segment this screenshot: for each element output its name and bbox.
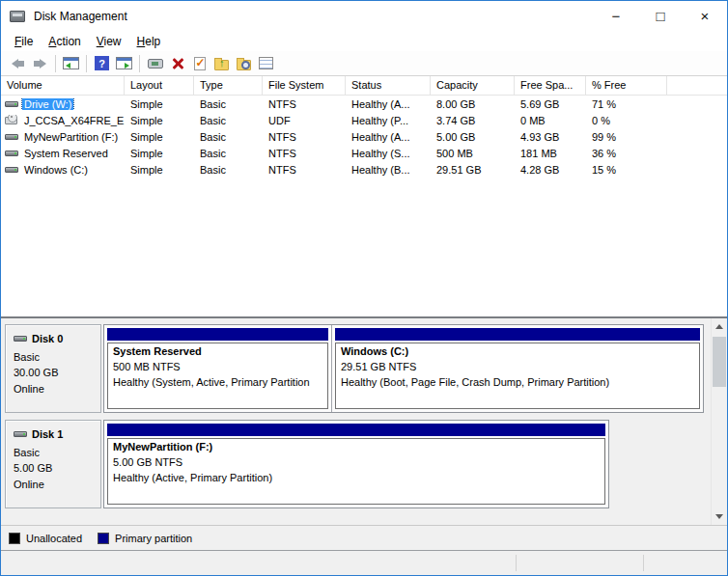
scroll-up-button[interactable] (712, 318, 727, 335)
partition-size: 500 MB NTFS (113, 360, 322, 375)
menu-item-help[interactable]: Help (129, 33, 169, 50)
title-bar: Disk Management − □ × (1, 1, 727, 31)
disk-1-header[interactable]: Disk 1 Basic 5.00 GB Online (5, 420, 101, 508)
volume-list-pane: Volume Layout Type File System Status Ca… (1, 76, 727, 318)
cell-free-space: 0 MB (515, 115, 586, 126)
toolbar-help-button[interactable]: ? (91, 53, 113, 74)
primary-partition-swatch (98, 533, 109, 544)
cell-free-space: 4.28 GB (515, 164, 586, 176)
toolbar-mark-active-button[interactable] (188, 53, 210, 74)
partition-health: Healthy (Active, Primary Partition) (113, 471, 600, 486)
disk-0-header[interactable]: Disk 0 Basic 30.00 GB Online (5, 324, 101, 413)
column-header-capacity[interactable]: Capacity (431, 76, 515, 95)
maximize-button[interactable]: □ (638, 1, 683, 31)
toolbar-delete-volume-button[interactable] (166, 53, 188, 74)
toolbar-show-action-pane-button[interactable] (113, 53, 135, 74)
menu-item-action[interactable]: Action (41, 33, 88, 50)
column-header-free-space[interactable]: Free Spa... (515, 76, 586, 95)
menu-item-view[interactable]: View (89, 33, 129, 50)
volume-row-jccsa[interactable]: J_CCSA_X64FRE_E... Simple Basic UDF Heal… (1, 112, 727, 128)
partition-color-bar (107, 328, 328, 341)
partition-mynewpartition[interactable]: MyNewPartition (F:) 5.00 GB NTFS Healthy… (104, 421, 608, 507)
toolbar-back-button[interactable] (7, 53, 29, 74)
partition-details: System Reserved 500 MB NTFS Healthy (Sys… (107, 343, 328, 409)
cell-status: Healthy (S... (346, 148, 431, 159)
scrollbar-thumb[interactable] (713, 337, 726, 387)
partition-health: Healthy (System, Active, Primary Partiti… (113, 375, 322, 391)
cell-file-system: NTFS (263, 148, 346, 159)
volume-name: J_CCSA_X64FRE_E... (22, 115, 125, 126)
cell-capacity: 500 MB (431, 148, 515, 159)
legend-label: Unallocated (26, 533, 82, 544)
partition-color-bar (335, 328, 700, 341)
cell-file-system: UDF (263, 115, 346, 126)
partition-windows-c[interactable]: Windows (C:) 29.51 GB NTFS Healthy (Boot… (332, 325, 703, 412)
help-icon: ? (95, 56, 109, 70)
disk-status: Online (14, 477, 100, 493)
cell-status: Healthy (B... (346, 164, 431, 176)
close-icon: × (701, 9, 710, 23)
toolbar-properties-button[interactable] (255, 53, 277, 74)
volume-name: MyNewPartition (F:) (22, 131, 120, 143)
cell-layout: Simple (125, 98, 194, 110)
cell-layout: Simple (125, 164, 194, 176)
minimize-button[interactable]: − (594, 1, 638, 31)
chevron-down-icon (715, 514, 723, 519)
disk-size: 30.00 GB (14, 365, 100, 381)
toolbar-show-console-tree-button[interactable] (60, 53, 82, 74)
cell-status: Healthy (A... (346, 98, 431, 110)
column-header-type[interactable]: Type (194, 76, 263, 95)
disk-management-app-icon (10, 11, 25, 22)
cell-layout: Simple (125, 131, 194, 143)
disk-0-title: Disk 0 (14, 331, 100, 347)
show-action-pane-icon (116, 57, 132, 69)
legend-label: Primary partition (115, 533, 192, 544)
scroll-down-button[interactable] (712, 508, 727, 525)
partition-size: 5.00 GB NTFS (113, 455, 600, 471)
close-button[interactable]: × (683, 1, 727, 31)
cell-status: Healthy (A... (346, 131, 431, 143)
delete-volume-icon (171, 57, 184, 70)
cell-capacity: 5.00 GB (431, 131, 515, 143)
maximize-icon: □ (656, 9, 664, 23)
drive-volume-icon (5, 101, 18, 107)
column-header-percent-free[interactable]: % Free (586, 76, 667, 95)
disk-graphical-pane: Disk 0 Basic 30.00 GB Online System Rese… (1, 318, 727, 525)
cell-volume: MyNewPartition (F:) (1, 131, 125, 143)
cell-percent-free: 71 % (586, 98, 667, 110)
volume-name: System Reserved (22, 148, 110, 159)
volume-row-system-reserved[interactable]: System Reserved Simple Basic NTFS Health… (1, 145, 727, 161)
disk-0-partition-strip: System Reserved 500 MB NTFS Healthy (Sys… (103, 324, 704, 413)
disk-1-partition-strip: MyNewPartition (F:) 5.00 GB NTFS Healthy… (103, 420, 609, 508)
vertical-scrollbar[interactable] (711, 318, 727, 525)
disk-icon (14, 431, 27, 437)
back-icon (12, 59, 24, 69)
column-header-file-system[interactable]: File System (263, 76, 346, 95)
column-header-status[interactable]: Status (346, 76, 431, 95)
disk-size: 5.00 GB (14, 460, 100, 477)
cell-percent-free: 15 % (586, 164, 667, 176)
minimize-icon: − (612, 9, 621, 23)
unallocated-swatch (9, 533, 20, 544)
cdrom-volume-icon (5, 117, 17, 124)
folder-search-icon (237, 60, 251, 70)
drive-volume-icon (5, 151, 18, 156)
column-header-layout[interactable]: Layout (125, 76, 194, 95)
toolbar-explore-button[interactable] (233, 53, 255, 74)
disk-1-title: Disk 1 (14, 426, 100, 443)
column-header-volume[interactable]: Volume (1, 76, 125, 95)
volume-row-drive-w[interactable]: Drive (W:) Simple Basic NTFS Healthy (A.… (1, 96, 727, 112)
partition-system-reserved[interactable]: System Reserved 500 MB NTFS Healthy (Sys… (104, 325, 332, 412)
volume-row-windows-c[interactable]: Windows (C:) Simple Basic NTFS Healthy (… (1, 161, 727, 178)
toolbar-separator (55, 55, 56, 72)
menu-item-file[interactable]: File (7, 33, 41, 50)
toolbar-forward-button[interactable] (29, 53, 51, 74)
properties-list-icon (259, 57, 273, 69)
chevron-up-icon (715, 324, 723, 329)
toolbar-open-button[interactable] (210, 53, 233, 74)
toolbar-computer-button[interactable] (144, 53, 166, 74)
volume-row-mynewpartition[interactable]: MyNewPartition (F:) Simple Basic NTFS He… (1, 128, 727, 145)
cell-volume: Drive (W:) (1, 98, 125, 110)
disk-type: Basic (14, 445, 100, 461)
cell-volume: J_CCSA_X64FRE_E... (1, 115, 125, 126)
